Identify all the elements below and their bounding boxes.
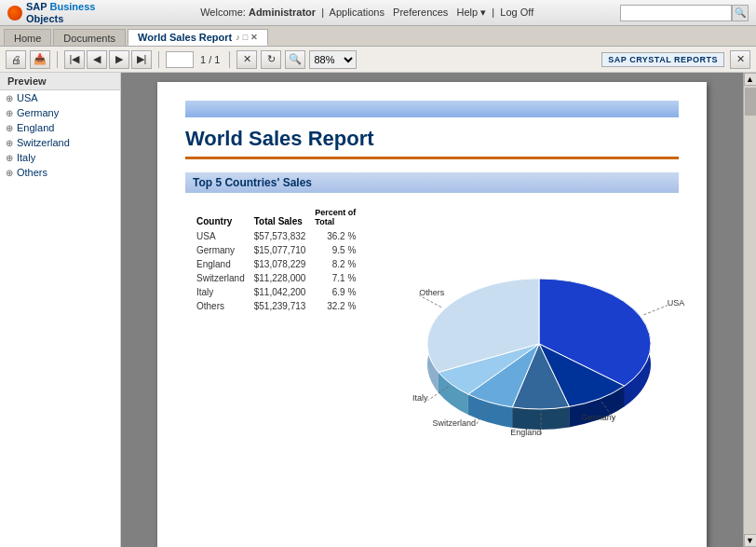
data-section: Country Total Sales Percent ofTotal USA … <box>185 204 679 468</box>
table-row: Others $51,239,713 32.2 % <box>196 300 363 312</box>
sidebar-item-germany[interactable]: ⊕ Germany <box>0 105 120 120</box>
close-crystal-button[interactable]: ✕ <box>730 50 750 69</box>
expand-icon-italy: ⊕ <box>6 153 13 163</box>
col-country: Country <box>196 206 252 228</box>
cell-percent: 36.2 % <box>315 230 363 242</box>
refresh-button[interactable]: ↻ <box>261 50 281 69</box>
expand-icon-england: ⊕ <box>6 123 13 133</box>
table-row: Switzerland $11,228,000 7.1 % <box>196 272 363 284</box>
find-button[interactable]: 🔍 <box>285 50 305 69</box>
scroll-up-button[interactable]: ▲ <box>744 73 757 86</box>
cell-country: England <box>196 258 252 270</box>
table-body: USA $57,573,832 36.2 % Germany $15,077,7… <box>196 230 363 312</box>
col-percent: Percent ofTotal <box>315 206 363 228</box>
pagination-nav: |◀ ◀ ▶ ▶| <box>64 50 152 69</box>
tabbar: Home Documents World Sales Report ♪ □ ✕ <box>0 26 756 47</box>
svg-text:Switzerland: Switzerland <box>432 418 476 428</box>
cell-sales: $11,228,000 <box>254 272 314 284</box>
sidebar-item-others[interactable]: ⊕ Others <box>0 165 120 180</box>
next-page-button[interactable]: ▶ <box>109 50 129 69</box>
export-button[interactable]: 📥 <box>30 50 50 69</box>
cell-percent: 7.1 % <box>315 272 363 284</box>
page-number-input[interactable]: 1 <box>166 51 194 68</box>
prev-page-button[interactable]: ◀ <box>87 50 107 69</box>
expand-icon-germany: ⊕ <box>6 108 13 118</box>
tab-documents[interactable]: Documents <box>53 29 126 46</box>
admin-name: Administrator <box>249 7 316 18</box>
cell-sales: $57,573,832 <box>254 230 314 242</box>
cell-country: Switzerland <box>196 272 252 284</box>
table-row: Italy $11,042,200 6.9 % <box>196 286 363 298</box>
toolbar: 🖨 📥 |◀ ◀ ▶ ▶| 1 1 / 1 ✕ ↻ 🔍 88% 75% 100%… <box>0 47 756 73</box>
sap-logo-circle <box>7 6 22 21</box>
tab-music-icon: ♪ <box>236 33 240 42</box>
crystal-reports-logo: SAP CRYSTAL REPORTS <box>601 52 724 67</box>
logo: SAP Business Objects <box>7 1 95 23</box>
cell-country: Germany <box>196 244 252 256</box>
print-button[interactable]: 🖨 <box>6 50 26 69</box>
cell-sales: $15,077,710 <box>254 244 314 256</box>
report-page: World Sales Report Top 5 Countries' Sale… <box>157 82 707 547</box>
logo-line1: SAP Business <box>26 1 95 12</box>
zoom-select[interactable]: 88% 75% 100% 150% <box>309 50 357 69</box>
sidebar-item-england[interactable]: ⊕ England <box>0 120 120 135</box>
table-row: USA $57,573,832 36.2 % <box>196 230 363 242</box>
cell-sales: $51,239,713 <box>254 300 314 312</box>
preview-tab[interactable]: Preview <box>0 73 120 90</box>
separator-2 <box>158 51 159 68</box>
report-content-area[interactable]: World Sales Report Top 5 Countries' Sale… <box>121 73 743 547</box>
scroll-thumb[interactable] <box>745 88 756 116</box>
logo-line2: Objects <box>26 13 63 24</box>
scrollbar: ▲ ▼ <box>743 73 756 547</box>
svg-text:USA: USA <box>668 298 685 308</box>
sidebar: Preview ⊕ USA ⊕ Germany ⊕ England ⊕ Swit… <box>0 73 121 547</box>
search-button[interactable]: 🔍 <box>732 5 749 21</box>
sidebar-item-italy[interactable]: ⊕ Italy <box>0 150 120 165</box>
main-area: Preview ⊕ USA ⊕ Germany ⊕ England ⊕ Swit… <box>0 73 756 547</box>
stop-button[interactable]: ✕ <box>236 50 257 69</box>
report-divider <box>185 157 679 159</box>
first-page-button[interactable]: |◀ <box>64 50 85 69</box>
cell-country: USA <box>196 230 252 242</box>
cell-sales: $11,042,200 <box>254 286 314 298</box>
tab-restore-icon[interactable]: □ <box>243 33 248 42</box>
preferences-link[interactable]: Preferences <box>393 7 448 18</box>
table-row: Germany $15,077,710 9.5 % <box>196 244 363 256</box>
topbar: SAP Business Objects Welcome: Administra… <box>0 0 756 26</box>
separator-1 <box>57 51 58 68</box>
sidebar-item-switzerland[interactable]: ⊕ Switzerland <box>0 135 120 150</box>
report-title: World Sales Report <box>185 127 679 151</box>
cell-percent: 9.5 % <box>315 244 363 256</box>
svg-line-0 <box>643 306 667 315</box>
scroll-down-button[interactable]: ▼ <box>744 534 757 547</box>
applications-link[interactable]: Applications <box>330 7 385 18</box>
tab-close-icon[interactable]: ✕ <box>250 33 258 42</box>
expand-icon-usa: ⊕ <box>6 93 13 103</box>
help-link[interactable]: Help <box>457 7 479 18</box>
welcome-text: Welcome: Administrator | Applications Pr… <box>114 7 620 19</box>
sap-logo-text: SAP Business Objects <box>26 1 95 23</box>
expand-icon-switzerland: ⊕ <box>6 138 13 148</box>
cell-country: Others <box>196 300 252 312</box>
cell-percent: 6.9 % <box>315 286 363 298</box>
sales-table-container: Country Total Sales Percent ofTotal USA … <box>185 204 371 314</box>
last-page-button[interactable]: ▶| <box>131 50 152 69</box>
page-total-label: 1 / 1 <box>200 54 220 65</box>
tab-world-sales-report[interactable]: World Sales Report ♪ □ ✕ <box>128 29 268 46</box>
tab-home[interactable]: Home <box>4 29 51 46</box>
svg-text:England: England <box>510 428 541 437</box>
search-input[interactable] <box>620 5 732 21</box>
section-header: Top 5 Countries' Sales <box>185 172 679 193</box>
separator-3 <box>229 51 230 68</box>
cell-country: Italy <box>196 286 252 298</box>
report-header-bar <box>185 101 679 117</box>
cell-sales: $13,078,229 <box>254 258 314 270</box>
logoff-link[interactable]: Log Off <box>500 7 533 18</box>
col-sales: Total Sales <box>254 206 314 228</box>
sidebar-item-usa[interactable]: ⊕ USA <box>0 90 120 105</box>
expand-icon-others: ⊕ <box>6 168 13 178</box>
table-row: England $13,078,229 8.2 % <box>196 258 363 270</box>
cell-percent: 32.2 % <box>315 300 363 312</box>
svg-text:Germany: Germany <box>581 413 616 422</box>
sales-table: Country Total Sales Percent ofTotal USA … <box>195 204 365 314</box>
